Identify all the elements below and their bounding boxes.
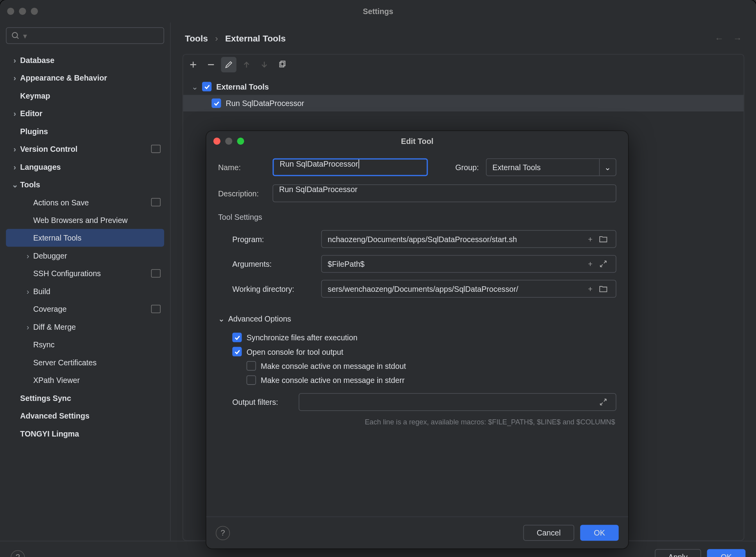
sidebar-item-debugger[interactable]: ›Debugger xyxy=(6,247,164,264)
sidebar-item-label: Tools xyxy=(20,180,161,189)
help-button[interactable]: ? xyxy=(216,526,230,540)
scope-badge-icon xyxy=(151,269,161,277)
copy-button[interactable] xyxy=(274,57,290,72)
chevron-right-icon: › xyxy=(9,162,20,171)
output-filters-input[interactable] xyxy=(299,393,616,411)
svg-rect-3 xyxy=(281,61,285,66)
sidebar-item-advanced-settings[interactable]: Advanced Settings xyxy=(6,407,164,424)
dialog-title: Edit Tool xyxy=(206,137,628,146)
sidebar-item-coverage[interactable]: Coverage xyxy=(6,300,164,318)
settings-sidebar: ▾ ›Database›Appearance & BehaviorKeymap›… xyxy=(0,23,171,541)
arguments-label: Arguments: xyxy=(232,259,321,268)
sidebar-item-label: Server Certificates xyxy=(33,358,161,367)
titlebar: Settings xyxy=(0,0,756,23)
dialog-cancel-button[interactable]: Cancel xyxy=(523,525,574,541)
sidebar-item-actions-on-save[interactable]: Actions on Save xyxy=(6,193,164,211)
sidebar-item-tools[interactable]: ⌄Tools xyxy=(6,176,164,193)
sidebar-item-appearance-behavior[interactable]: ›Appearance & Behavior xyxy=(6,69,164,86)
tool-item-label: Run SqlDataProcessor xyxy=(226,99,304,108)
sidebar-item-editor[interactable]: ›Editor xyxy=(6,104,164,122)
tool-item-row[interactable]: Run SqlDataProcessor xyxy=(183,95,743,111)
tool-checkbox[interactable] xyxy=(211,99,221,108)
sidebar-item-label: XPath Viewer xyxy=(33,376,161,385)
sidebar-item-version-control[interactable]: ›Version Control xyxy=(6,140,164,158)
sidebar-item-label: Languages xyxy=(20,162,161,171)
sidebar-item-label: Diff & Merge xyxy=(33,322,161,331)
help-button[interactable]: ? xyxy=(11,550,25,557)
svg-line-1 xyxy=(17,37,18,39)
remove-button[interactable] xyxy=(203,57,219,72)
description-label: Description: xyxy=(218,189,272,198)
back-icon[interactable]: ← xyxy=(715,33,724,43)
stdout-checkbox-row[interactable]: Make console active on message in stdout xyxy=(218,359,616,373)
sidebar-item-label: Plugins xyxy=(20,127,161,136)
tool-group-row[interactable]: ⌄ External Tools xyxy=(183,78,743,95)
chevron-down-icon: ⌄ xyxy=(9,180,20,189)
apply-button[interactable]: Apply xyxy=(655,549,701,557)
forward-icon[interactable]: → xyxy=(733,33,742,43)
insert-macro-button[interactable]: + xyxy=(584,235,597,244)
sidebar-item-web-browsers-and-preview[interactable]: Web Browsers and Preview xyxy=(6,211,164,229)
insert-macro-button[interactable]: + xyxy=(584,259,597,268)
scope-badge-icon xyxy=(151,305,161,313)
sidebar-item-xpath-viewer[interactable]: XPath Viewer xyxy=(6,371,164,389)
sidebar-item-build[interactable]: ›Build xyxy=(6,282,164,300)
checkbox[interactable] xyxy=(232,332,242,342)
search-icon xyxy=(11,31,20,40)
description-input[interactable]: Run SqlDataProcessor xyxy=(272,184,616,202)
sidebar-item-server-certificates[interactable]: Server Certificates xyxy=(6,354,164,371)
chevron-down-icon: ⌄ xyxy=(190,82,200,91)
sidebar-item-ssh-configurations[interactable]: SSH Configurations xyxy=(6,264,164,282)
working-directory-label: Working directory: xyxy=(232,284,321,293)
sidebar-item-diff-merge[interactable]: ›Diff & Merge xyxy=(6,318,164,336)
sync-files-checkbox-row[interactable]: Synchronize files after execution xyxy=(218,330,616,344)
chevron-right-icon: › xyxy=(23,322,33,331)
scope-badge-icon xyxy=(151,198,161,206)
breadcrumb-current: External Tools xyxy=(225,33,286,43)
group-checkbox[interactable] xyxy=(202,82,211,91)
window-title: Settings xyxy=(0,7,756,16)
move-down-button[interactable] xyxy=(256,57,272,72)
arguments-input[interactable]: $FilePath$ + xyxy=(321,255,616,273)
sidebar-item-tongyi-lingma[interactable]: TONGYI Lingma xyxy=(6,424,164,442)
add-button[interactable] xyxy=(186,57,201,72)
sidebar-item-keymap[interactable]: Keymap xyxy=(6,86,164,104)
output-filters-label: Output filters: xyxy=(232,397,299,406)
sidebar-item-label: Version Control xyxy=(20,144,151,153)
expand-icon[interactable] xyxy=(597,261,610,268)
advanced-options-toggle[interactable]: ⌄ Advanced Options xyxy=(218,314,616,323)
sidebar-item-database[interactable]: ›Database xyxy=(6,51,164,68)
sidebar-item-external-tools[interactable]: External Tools xyxy=(6,229,164,246)
name-input[interactable]: Run SqlDataProcessor xyxy=(272,158,428,176)
output-filters-hint: Each line is a regex, available macros: … xyxy=(218,418,616,426)
chevron-right-icon: › xyxy=(9,73,20,82)
sidebar-item-plugins[interactable]: Plugins xyxy=(6,122,164,140)
expand-icon[interactable] xyxy=(597,399,610,406)
sidebar-item-rsync[interactable]: Rsync xyxy=(6,336,164,353)
browse-folder-button[interactable] xyxy=(597,285,610,292)
sidebar-item-label: Web Browsers and Preview xyxy=(33,216,161,225)
move-up-button[interactable] xyxy=(239,57,254,72)
sidebar-item-label: Coverage xyxy=(33,304,151,313)
browse-folder-button[interactable] xyxy=(597,235,610,243)
svg-point-0 xyxy=(12,32,17,38)
edit-button[interactable] xyxy=(221,57,236,72)
settings-search-input[interactable]: ▾ xyxy=(6,27,164,44)
chevron-right-icon: › xyxy=(23,287,33,296)
dialog-ok-button[interactable]: OK xyxy=(580,525,618,541)
working-directory-input[interactable]: sers/wenchaozeng/Documents/apps/SqlDataP… xyxy=(321,280,616,298)
stderr-checkbox-row[interactable]: Make console active on message in stderr xyxy=(218,373,616,387)
open-console-checkbox-row[interactable]: Open console for tool output xyxy=(218,345,616,359)
sidebar-item-settings-sync[interactable]: Settings Sync xyxy=(6,389,164,406)
checkbox[interactable] xyxy=(247,376,256,385)
group-select[interactable]: External Tools ⌄ xyxy=(486,158,616,176)
insert-macro-button[interactable]: + xyxy=(584,284,597,293)
chevron-right-icon: › xyxy=(215,33,218,43)
ok-button[interactable]: OK xyxy=(707,549,745,557)
sidebar-item-languages[interactable]: ›Languages xyxy=(6,158,164,175)
checkbox[interactable] xyxy=(247,361,256,370)
breadcrumb-parent[interactable]: Tools xyxy=(185,33,208,43)
checkbox[interactable] xyxy=(232,347,242,356)
sidebar-item-label: Settings Sync xyxy=(20,393,161,402)
program-input[interactable]: nchaozeng/Documents/apps/SqlDataProcesso… xyxy=(321,230,616,248)
